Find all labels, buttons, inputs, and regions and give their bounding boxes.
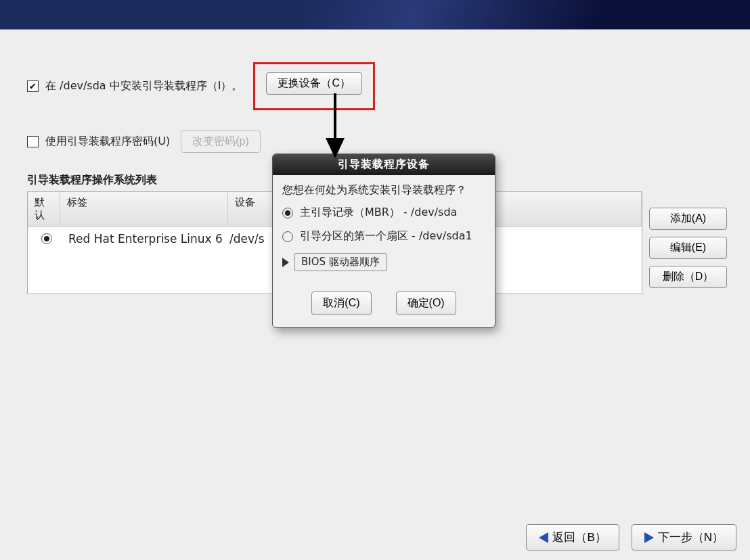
option-mbr[interactable]: 主引导记录（MBR） - /dev/sda bbox=[282, 206, 485, 220]
wizard-footer: 返回（B） 下一步（N） bbox=[526, 524, 736, 551]
use-password-label: 使用引导装载程序密码(U) bbox=[45, 135, 170, 149]
dialog-title: 引导装载程序设备 bbox=[273, 154, 495, 175]
radio-icon bbox=[282, 231, 293, 242]
install-bootloader-checkbox[interactable] bbox=[27, 80, 39, 92]
cancel-button[interactable]: 取消(C) bbox=[311, 291, 371, 315]
bios-order-expander[interactable]: BIOS 驱动器顺序 bbox=[282, 253, 485, 271]
bootloader-device-dialog: 引导装载程序设备 您想在何处为系统安装引导装载程序？ 主引导记录（MBR） - … bbox=[272, 154, 495, 328]
highlight-box: 更换设备（C） bbox=[253, 62, 375, 110]
use-password-checkbox[interactable] bbox=[27, 136, 39, 147]
row-device: /dev/s bbox=[229, 232, 265, 246]
col-default[interactable]: 默认 bbox=[28, 192, 60, 226]
expand-icon bbox=[282, 258, 289, 267]
dialog-question: 您想在何处为系统安装引导装载程序？ bbox=[282, 183, 485, 197]
back-button[interactable]: 返回（B） bbox=[526, 524, 619, 551]
row-label: Red Hat Enterprise Linux 6 bbox=[68, 232, 229, 246]
next-button[interactable]: 下一步（N） bbox=[632, 524, 736, 551]
delete-button[interactable]: 删除（D） bbox=[649, 266, 727, 288]
default-radio[interactable] bbox=[41, 233, 52, 244]
option-first-sector[interactable]: 引导分区的第一个扇区 - /dev/sda1 bbox=[282, 229, 485, 243]
install-bootloader-label: 在 /dev/sda 中安装引导装载程序（I）。 bbox=[45, 79, 242, 93]
radio-icon bbox=[282, 208, 293, 218]
add-button[interactable]: 添加(A) bbox=[649, 208, 727, 230]
arrow-left-icon bbox=[539, 532, 548, 543]
bios-order-button[interactable]: BIOS 驱动器顺序 bbox=[294, 253, 387, 271]
change-password-button: 改变密码(p) bbox=[181, 131, 261, 153]
arrow-right-icon bbox=[644, 532, 654, 543]
col-label[interactable]: 标签 bbox=[60, 192, 228, 226]
installer-header bbox=[0, 0, 750, 30]
edit-button[interactable]: 编辑(E) bbox=[649, 237, 727, 259]
ok-button[interactable]: 确定(O) bbox=[396, 291, 456, 315]
change-device-button[interactable]: 更换设备（C） bbox=[266, 72, 362, 95]
